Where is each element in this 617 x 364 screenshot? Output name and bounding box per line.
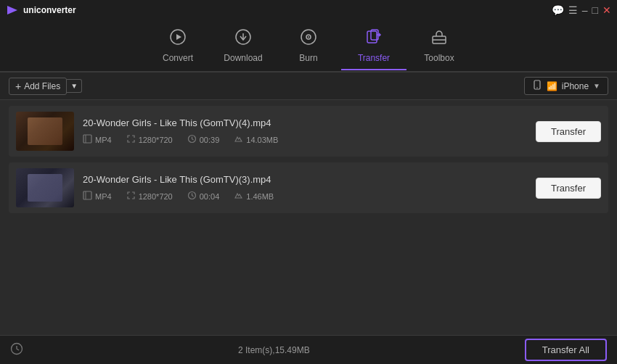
nav-item-burn[interactable]: Burn <box>276 22 341 69</box>
toolbar: + Add Files ▼ 📶 iPhone ▼ <box>0 73 617 100</box>
transfer-button-2[interactable]: Transfer <box>536 178 601 199</box>
chat-icon[interactable]: 💬 <box>552 4 564 16</box>
size-item-1: 14.03MB <box>234 134 278 146</box>
add-files-label: Add Files <box>24 81 60 91</box>
format-item-1: MP4 <box>83 134 112 146</box>
resolution-item-1: 1280*720 <box>126 134 173 146</box>
menu-icon[interactable]: ☰ <box>568 4 578 16</box>
file-thumbnail-2 <box>16 168 74 207</box>
resolution-item-2: 1280*720 <box>126 191 173 202</box>
size-icon-1 <box>234 134 243 146</box>
duration-item-2: 00:04 <box>187 191 220 202</box>
svg-rect-8 <box>367 31 377 43</box>
nav-label-convert: Convert <box>163 53 193 63</box>
download-icon <box>234 28 252 50</box>
duration-value-1: 00:39 <box>200 136 220 144</box>
format-icon-1 <box>83 134 92 146</box>
maximize-icon[interactable]: □ <box>592 4 598 16</box>
device-selector[interactable]: 📶 iPhone ▼ <box>524 77 608 95</box>
convert-icon <box>169 28 187 50</box>
resolution-icon-2 <box>126 191 136 202</box>
size-item-2: 1.46MB <box>234 191 274 202</box>
svg-point-7 <box>308 36 309 38</box>
minimize-icon[interactable]: – <box>582 4 588 16</box>
nav-label-download: Download <box>224 53 262 63</box>
device-dropdown-icon: ▼ <box>593 82 600 90</box>
nav-item-toolbox[interactable]: Toolbox <box>406 22 472 69</box>
resolution-value-1: 1280*720 <box>139 136 173 144</box>
status-info: 2 Item(s),15.49MB <box>238 345 310 355</box>
svg-rect-15 <box>83 135 91 143</box>
transfer-icon <box>365 28 383 50</box>
size-value-1: 14.03MB <box>246 136 278 144</box>
nav-item-download[interactable]: Download <box>211 22 276 69</box>
format-value-1: MP4 <box>95 136 112 144</box>
add-files-group: + Add Files ▼ <box>9 78 82 95</box>
format-icon-2 <box>83 191 92 202</box>
app-logo-icon <box>6 4 19 17</box>
nav-label-burn: Burn <box>299 53 317 63</box>
clock-icon[interactable] <box>10 342 23 358</box>
nav-label-transfer: Transfer <box>358 53 390 63</box>
svg-rect-18 <box>83 191 91 199</box>
resolution-icon-1 <box>126 134 136 146</box>
file-item: 20-Wonder Girls - Like This (GomTV)(3).m… <box>9 162 608 213</box>
plus-icon: + <box>15 80 21 92</box>
size-icon-2 <box>234 191 243 202</box>
device-name: iPhone <box>562 81 589 91</box>
format-value-2: MP4 <box>95 192 112 201</box>
duration-item-1: 00:39 <box>187 134 220 146</box>
file-info-1: 20-Wonder Girls - Like This (GomTV)(4).m… <box>83 117 527 146</box>
close-icon[interactable]: ✕ <box>602 4 611 16</box>
file-item: 20-Wonder Girls - Like This (GomTV)(4).m… <box>9 106 608 157</box>
resolution-value-2: 1280*720 <box>139 192 173 201</box>
title-bar: uniconverter 💬 ☰ – □ ✕ <box>0 0 617 20</box>
nav-label-toolbox: Toolbox <box>424 53 454 63</box>
file-name-2: 20-Wonder Girls - Like This (GomTV)(3).m… <box>83 174 527 185</box>
file-name-1: 20-Wonder Girls - Like This (GomTV)(4).m… <box>83 117 527 128</box>
transfer-all-button[interactable]: Transfer All <box>525 339 607 361</box>
status-bar: 2 Item(s),15.49MB Transfer All <box>0 335 617 364</box>
app-name: uniconverter <box>23 5 76 15</box>
add-files-button[interactable]: + Add Files <box>9 78 67 95</box>
duration-icon-1 <box>187 134 197 146</box>
wifi-icon: 📶 <box>547 81 557 91</box>
file-thumbnail-1 <box>16 112 74 151</box>
format-item-2: MP4 <box>83 191 112 202</box>
toolbox-icon <box>430 28 448 50</box>
file-info-2: 20-Wonder Girls - Like This (GomTV)(3).m… <box>83 174 527 202</box>
svg-marker-0 <box>7 6 17 15</box>
nav-item-convert[interactable]: Convert <box>145 22 211 69</box>
file-meta-1: MP4 1280*720 <box>83 134 527 146</box>
nav-bar: Convert Download Burn <box>0 20 617 73</box>
svg-marker-2 <box>176 34 181 40</box>
svg-point-14 <box>536 87 538 88</box>
title-bar-controls: 💬 ☰ – □ ✕ <box>552 4 611 16</box>
burn-icon <box>300 28 317 50</box>
title-bar-left: uniconverter <box>6 4 76 17</box>
size-value-2: 1.46MB <box>246 192 274 201</box>
add-files-dropdown-button[interactable]: ▼ <box>67 79 82 93</box>
status-left <box>10 342 23 358</box>
file-meta-2: MP4 1280*720 <box>83 191 527 202</box>
nav-item-transfer[interactable]: Transfer <box>341 22 406 69</box>
content-area: 20-Wonder Girls - Like This (GomTV)(4).m… <box>0 100 617 335</box>
duration-icon-2 <box>187 191 197 202</box>
transfer-button-1[interactable]: Transfer <box>536 121 601 142</box>
duration-value-2: 00:04 <box>200 192 220 201</box>
phone-icon <box>532 80 542 92</box>
